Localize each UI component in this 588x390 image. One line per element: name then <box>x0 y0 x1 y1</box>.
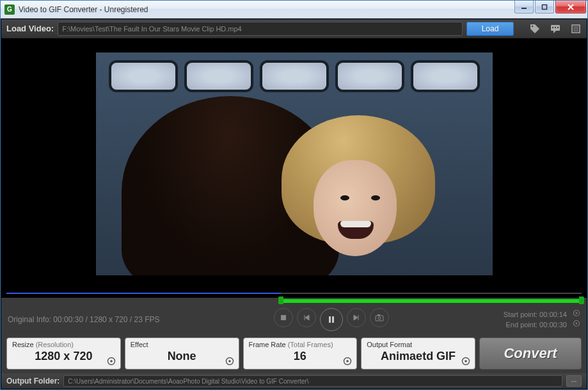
format-setting[interactable]: Output Format Animaetd GIF <box>361 337 475 370</box>
resize-value: 1280 x 720 <box>12 350 115 363</box>
svg-rect-14 <box>376 316 383 321</box>
playback-progress[interactable] <box>1 289 587 298</box>
svg-rect-11 <box>281 315 286 320</box>
resize-setting[interactable]: Resize (Resolution) 1280 x 720 <box>6 337 121 370</box>
svg-rect-5 <box>555 27 556 28</box>
original-info: Original Info: 00:00:30 / 1280 x 720 / 2… <box>8 315 160 324</box>
output-folder-path[interactable]: C:\Users\Administrator\Documents\AoaoPho… <box>63 375 562 387</box>
resize-gear-icon[interactable] <box>106 356 116 366</box>
output-folder-label: Output Folder: <box>6 377 60 386</box>
pause-button[interactable] <box>320 308 343 331</box>
start-point-gear-icon[interactable] <box>573 311 580 318</box>
range-end-handle[interactable] <box>579 297 584 304</box>
svg-rect-1 <box>543 4 547 9</box>
svg-point-20 <box>576 323 578 325</box>
svg-point-28 <box>465 360 467 362</box>
close-button[interactable] <box>555 1 586 13</box>
svg-rect-13 <box>332 316 334 323</box>
maximize-button[interactable] <box>535 1 554 13</box>
format-gear-icon[interactable] <box>461 356 471 366</box>
framerate-setting[interactable]: Frame Rate (Total Frames) 16 <box>243 337 358 370</box>
tag-icon[interactable] <box>529 23 541 35</box>
format-value: Animaetd GIF <box>367 350 470 363</box>
svg-point-18 <box>576 312 578 314</box>
svg-point-26 <box>346 360 349 362</box>
svg-rect-4 <box>552 27 553 28</box>
svg-point-2 <box>532 25 533 26</box>
svg-rect-12 <box>329 316 331 323</box>
comment-icon[interactable] <box>550 23 561 35</box>
svg-point-22 <box>110 360 113 362</box>
prev-frame-button[interactable] <box>297 308 316 327</box>
framerate-gear-icon[interactable] <box>342 356 353 366</box>
effect-gear-icon[interactable] <box>225 356 235 366</box>
titlebar[interactable]: G Video to GIF Converter - Unregistered <box>1 1 587 19</box>
snapshot-button[interactable] <box>370 308 389 327</box>
effect-setting[interactable]: Effect None <box>125 337 239 370</box>
next-frame-button[interactable] <box>347 308 366 327</box>
stop-button[interactable] <box>274 308 293 327</box>
end-point-label: End point: <box>506 321 538 329</box>
minimize-button[interactable] <box>514 1 534 13</box>
svg-point-15 <box>378 317 381 320</box>
svg-rect-6 <box>557 27 559 28</box>
framerate-value: 16 <box>249 350 352 363</box>
svg-point-24 <box>228 360 231 362</box>
list-icon[interactable] <box>570 23 582 35</box>
start-point-label: Start point: <box>504 311 537 318</box>
clip-range-bar[interactable] <box>1 298 587 305</box>
convert-button[interactable]: Convert <box>479 337 582 370</box>
end-point-value: 00:00:30 <box>539 321 567 329</box>
load-video-label: Load Video: <box>6 24 54 33</box>
svg-rect-16 <box>377 314 380 316</box>
video-path-input[interactable] <box>58 22 463 36</box>
load-button[interactable]: Load <box>466 22 514 36</box>
start-point-value: 00:00:14 <box>539 311 567 318</box>
load-bar: Load Video: Load <box>1 19 587 38</box>
video-preview[interactable] <box>1 38 587 289</box>
browse-output-button[interactable]: ··· <box>566 375 582 387</box>
range-start-handle[interactable] <box>278 297 283 304</box>
app-icon: G <box>4 4 15 15</box>
effect-value: None <box>131 350 234 363</box>
end-point-gear-icon[interactable] <box>573 321 580 329</box>
app-window: G Video to GIF Converter - Unregistered … <box>0 0 588 390</box>
window-title: Video to GIF Converter - Unregistered <box>19 5 514 14</box>
